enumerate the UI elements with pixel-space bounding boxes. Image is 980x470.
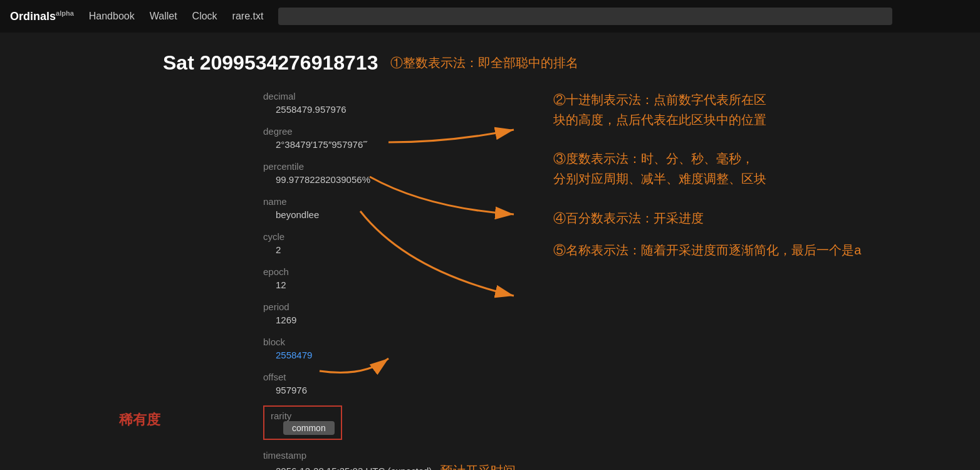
nav-wallet[interactable]: Wallet <box>150 11 177 22</box>
rarity-container: 稀有度 rarity common <box>263 405 516 440</box>
cycle-value: 2 <box>263 243 516 256</box>
annotation-5-text: ⑤名称表示法：随着开采进度而逐渐简化，最后一个是a <box>553 242 955 259</box>
sat-title: Sat 2099534276918713 <box>163 51 378 75</box>
search-input[interactable] <box>278 8 892 25</box>
annotation-2-text: ②十进制表示法：点前数字代表所在区 块的高度，点后代表在此区块中的位置 <box>553 90 955 130</box>
timestamp-annotation: 预计开采时间 <box>440 462 516 470</box>
left-panel: decimal 2558479.957976 degree 2°38479′17… <box>25 90 516 470</box>
nav-handbook[interactable]: Handbook <box>89 11 135 22</box>
annotation-3-text: ③度数表示法：时、分、秒、毫秒， 分别对应周期、减半、难度调整、区块 <box>553 149 955 189</box>
decimal-row: decimal 2558479.957976 <box>263 90 516 116</box>
annotation-4-text: ④百分数表示法：开采进度 <box>553 210 955 227</box>
navbar: Ordinalsalpha Handbook Wallet Clock rare… <box>0 0 980 33</box>
right-panel: ②十进制表示法：点前数字代表所在区 块的高度，点后代表在此区块中的位置 ③度数表… <box>516 90 955 470</box>
offset-row: offset 957976 <box>263 370 516 397</box>
degree-value: 2°38479′175″957976‴ <box>263 138 516 151</box>
percentile-value: 99.97782282039056% <box>263 173 516 186</box>
period-label: period <box>263 300 516 313</box>
rarity-box: rarity common <box>263 405 342 440</box>
block-value[interactable]: 2558479 <box>263 348 516 362</box>
timestamp-value: 2056-12-28 15:35:03 UTC (expected) <box>263 464 432 471</box>
percentile-label: percentile <box>263 160 516 173</box>
content-wrapper: decimal 2558479.957976 degree 2°38479′17… <box>25 90 955 470</box>
timestamp-label: timestamp <box>263 449 516 462</box>
annotation-5: ⑤名称表示法：随着开采进度而逐渐简化，最后一个是a <box>553 242 955 259</box>
annotation-3: ③度数表示法：时、分、秒、毫秒， 分别对应周期、减半、难度调整、区块 <box>553 149 955 189</box>
timestamp-row: timestamp 2056-12-28 15:35:03 UTC (expec… <box>263 449 516 470</box>
period-row: period 1269 <box>263 300 516 326</box>
percentile-row: percentile 99.97782282039056% <box>263 160 516 186</box>
main-content: Sat 2099534276918713 ①整数表示法：即全部聪中的排名 dec… <box>0 33 980 470</box>
period-value: 1269 <box>263 313 516 326</box>
name-value: beyondlee <box>263 208 516 221</box>
offset-value: 957976 <box>263 384 516 397</box>
annotation-4: ④百分数表示法：开采进度 <box>553 204 955 227</box>
rarity-label: rarity <box>271 410 335 421</box>
annotation-1: ①整数表示法：即全部聪中的排名 <box>390 55 578 71</box>
cycle-row: cycle 2 <box>263 230 516 256</box>
epoch-row: epoch 12 <box>263 265 516 291</box>
name-label: name <box>263 195 516 208</box>
brand-sup: alpha <box>56 9 74 17</box>
degree-label: degree <box>263 125 516 138</box>
decimal-label: decimal <box>263 90 516 103</box>
block-row: block 2558479 <box>263 335 516 362</box>
annotation-2: ②十进制表示法：点前数字代表所在区 块的高度，点后代表在此区块中的位置 <box>553 90 955 130</box>
degree-row: degree 2°38479′175″957976‴ <box>263 125 516 151</box>
title-row: Sat 2099534276918713 ①整数表示法：即全部聪中的排名 <box>163 51 578 75</box>
rarity-annotation: 稀有度 <box>119 410 160 429</box>
nav-rare[interactable]: rare.txt <box>232 11 264 22</box>
epoch-value: 12 <box>263 278 516 291</box>
brand-logo: Ordinalsalpha <box>10 9 74 23</box>
brand-text: Ordinals <box>10 10 56 23</box>
decimal-value: 2558479.957976 <box>263 103 516 116</box>
nav-clock[interactable]: Clock <box>192 11 217 22</box>
offset-label: offset <box>263 370 516 384</box>
epoch-label: epoch <box>263 265 516 278</box>
rarity-badge: common <box>283 421 335 435</box>
block-label: block <box>263 335 516 348</box>
cycle-label: cycle <box>263 230 516 243</box>
name-row: name beyondlee <box>263 195 516 221</box>
